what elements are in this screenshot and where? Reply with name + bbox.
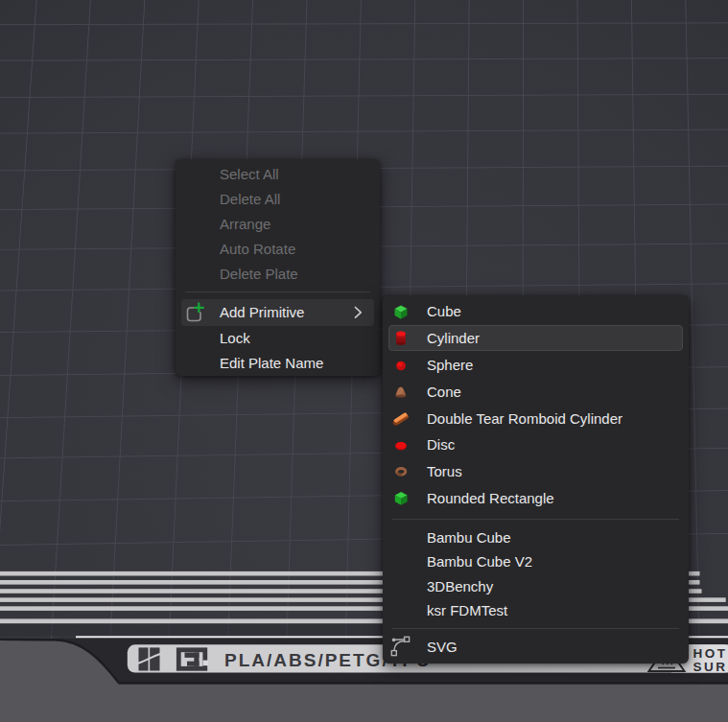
svg-text:SURFA: SURFA <box>693 660 728 674</box>
svg-text:HOT: HOT <box>693 646 728 661</box>
